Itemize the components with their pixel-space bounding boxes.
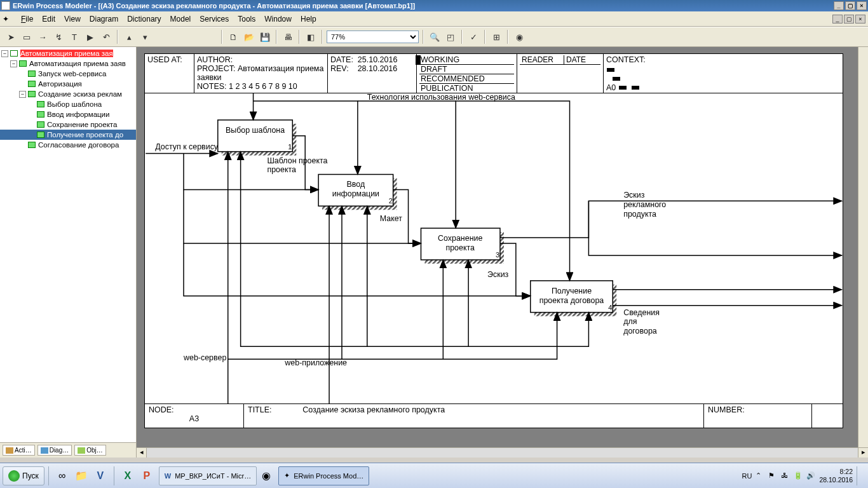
- mdi-minimize[interactable]: _: [832, 15, 843, 24]
- bend-tool[interactable]: ↯: [51, 30, 65, 44]
- mdi-restore[interactable]: ▢: [844, 15, 854, 24]
- ql-powerpoint[interactable]: P: [137, 466, 156, 485]
- mdi-close[interactable]: ×: [855, 15, 865, 24]
- clock[interactable]: 8:22 28.10.2016: [819, 468, 853, 484]
- diagram-canvas-wrap: USED AT: AUTHOR: PROJECT: Автоматизация …: [137, 47, 868, 458]
- play-tool[interactable]: ▶: [83, 30, 97, 44]
- activity-box-tool[interactable]: ▭: [20, 30, 34, 44]
- model-explorer-panel: − Автоматизация приема зая − Автоматизац…: [0, 47, 137, 458]
- system-tray: RU ⌃ ⚑ 🖧 🔋 🔊 8:22 28.10.2016: [738, 466, 865, 485]
- expander-icon[interactable]: −: [19, 91, 26, 98]
- tree-item[interactable]: Согласование договора: [0, 140, 136, 150]
- svg-text:договора: договора: [623, 327, 657, 336]
- tab-activities[interactable]: Acti…: [3, 445, 35, 456]
- model-explorer[interactable]: ⊞: [489, 30, 503, 44]
- down-tool[interactable]: ▾: [138, 30, 152, 44]
- tree-item[interactable]: − Автоматизация приема заяв: [0, 58, 136, 69]
- title-bar: ERwin Process Modeler - [(A3) Создание э…: [0, 0, 868, 11]
- arrow-tool[interactable]: →: [36, 30, 50, 44]
- taskbar: Пуск ∞ 📁 V X P W МР_ВКР_ИСиТ - Micr… ◉ ✦…: [0, 463, 868, 488]
- menu-tools[interactable]: Tools: [233, 13, 260, 25]
- tab-diagrams[interactable]: Diag…: [37, 445, 72, 456]
- tree-root[interactable]: − Автоматизация приема зая: [0, 48, 136, 58]
- tray-network-icon[interactable]: 🖧: [781, 471, 790, 480]
- open-file[interactable]: 📂: [242, 30, 256, 44]
- reader-cell: READERDATE: [517, 54, 604, 93]
- menu-bar: ✦ File Edit View Diagram Dictionary Mode…: [0, 11, 868, 27]
- properties[interactable]: ◉: [512, 30, 526, 44]
- svg-text:Сведения: Сведения: [623, 308, 660, 317]
- task-word[interactable]: W МР_ВКР_ИСиТ - Micr…: [159, 466, 257, 485]
- activity-tree[interactable]: − Автоматизация приема зая − Автоматизац…: [0, 47, 136, 442]
- print[interactable]: 🖶: [281, 30, 295, 44]
- zoom-in[interactable]: 🔍: [428, 30, 442, 44]
- menu-help[interactable]: Help: [296, 13, 321, 25]
- svg-text:1: 1: [288, 143, 292, 151]
- tab-objects[interactable]: Obj…: [74, 445, 106, 456]
- svg-text:Шаблон проекта: Шаблон проекта: [267, 156, 327, 165]
- svg-text:2: 2: [389, 197, 393, 205]
- undo-tool[interactable]: ↶: [99, 30, 113, 44]
- pointer-tool[interactable]: ➤: [4, 30, 18, 44]
- date-rev-cell: DATE: 25.10.2016 REV: 28.10.2016: [328, 54, 417, 93]
- main-area: − Автоматизация приема зая − Автоматизац…: [0, 47, 868, 458]
- idef-footer: NODE:A3 TITLE: Создание эскиза рекламног…: [145, 403, 843, 428]
- menu-file[interactable]: File: [17, 13, 37, 25]
- zoom-fit[interactable]: ◰: [444, 30, 458, 44]
- tree-item[interactable]: Выбор шаблона: [0, 99, 136, 109]
- diagram-content[interactable]: Выбор шаблона 1 Ввод информации 2 Сохран…: [145, 93, 843, 403]
- tray-volume-icon[interactable]: 🔊: [806, 471, 815, 480]
- ql-visio[interactable]: V: [91, 466, 110, 485]
- minimize-button[interactable]: _: [834, 1, 844, 10]
- tray-chevron-icon[interactable]: ⌃: [756, 471, 764, 480]
- zoom-select[interactable]: 77%: [327, 30, 419, 43]
- canvas-scroll[interactable]: USED AT: AUTHOR: PROJECT: Автоматизация …: [137, 47, 868, 447]
- menu-window[interactable]: Window: [260, 13, 296, 25]
- svg-text:Сохранение: Сохранение: [438, 234, 482, 243]
- svg-text:Технология использования web-с: Технология использования web-сервиса: [367, 93, 515, 102]
- palette[interactable]: ◧: [304, 30, 318, 44]
- tree-item[interactable]: Ввод информации: [0, 109, 136, 119]
- start-button[interactable]: Пуск: [3, 466, 44, 485]
- tray-battery-icon[interactable]: 🔋: [794, 471, 803, 480]
- context-cell: CONTEXT: A0: [604, 54, 843, 93]
- close-button[interactable]: ×: [857, 1, 867, 10]
- expander-icon[interactable]: −: [10, 60, 17, 67]
- ql-chrome[interactable]: ◉: [257, 466, 276, 485]
- spell-check[interactable]: ✓: [466, 30, 480, 44]
- horizontal-scrollbar[interactable]: ◂ ▸: [137, 447, 868, 458]
- tray-flag-icon[interactable]: ⚑: [768, 471, 777, 480]
- save-file[interactable]: 💾: [258, 30, 272, 44]
- svg-text:Макет: Макет: [380, 214, 403, 223]
- ql-explorer[interactable]: 📁: [72, 466, 91, 485]
- maximize-button[interactable]: ▢: [845, 1, 855, 10]
- menu-diagram[interactable]: Diagram: [85, 13, 123, 25]
- ql-excel[interactable]: X: [118, 466, 137, 485]
- svg-text:3: 3: [496, 251, 499, 259]
- menu-services[interactable]: Services: [195, 13, 233, 25]
- new-file[interactable]: 🗋: [226, 30, 240, 44]
- mdi-icon[interactable]: ✦: [3, 15, 11, 24]
- tree-item-selected[interactable]: Получение проекта до: [0, 130, 136, 140]
- vertical-scrollbar[interactable]: [858, 47, 868, 447]
- menu-dictionary[interactable]: Dictionary: [123, 13, 165, 25]
- up-tool[interactable]: ▴: [122, 30, 136, 44]
- expander-icon[interactable]: −: [1, 50, 8, 57]
- language-indicator[interactable]: RU: [742, 472, 752, 480]
- menu-view[interactable]: View: [60, 13, 85, 25]
- tree-item[interactable]: Авторизация: [0, 79, 136, 89]
- tree-item[interactable]: Сохранение проекта: [0, 119, 136, 130]
- task-erwin[interactable]: ✦ ERwin Process Mod…: [278, 466, 369, 485]
- menu-model[interactable]: Model: [166, 13, 196, 25]
- tree-item[interactable]: − Создание эскиза реклам: [0, 89, 136, 99]
- ql-visualstudio[interactable]: ∞: [53, 466, 72, 485]
- app-icon: [1, 1, 10, 10]
- menu-edit[interactable]: Edit: [37, 13, 60, 25]
- status-cell: WORKING DRAFT RECOMMENDED PUBLICATION: [417, 54, 517, 93]
- show-desktop[interactable]: [857, 466, 862, 485]
- tree-item[interactable]: Запуск web-сервиса: [0, 69, 136, 79]
- used-at-cell: USED AT:: [145, 54, 194, 93]
- svg-text:4: 4: [608, 304, 612, 311]
- diagram-page[interactable]: USED AT: AUTHOR: PROJECT: Автоматизация …: [144, 53, 843, 428]
- text-tool[interactable]: T: [67, 30, 81, 44]
